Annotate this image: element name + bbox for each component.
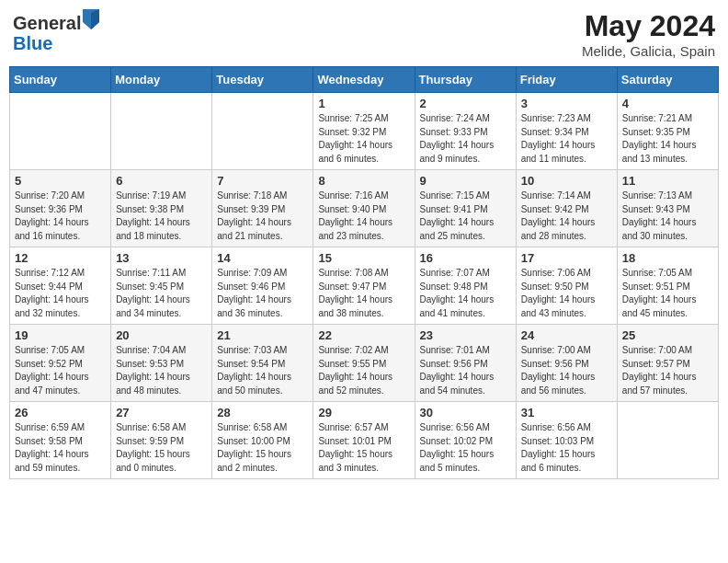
header-friday: Friday — [516, 67, 617, 93]
day-number: 31 — [521, 406, 612, 419]
day-info: Sunrise: 7:19 AM Sunset: 9:38 PM Dayligh… — [116, 190, 207, 243]
day-number: 20 — [116, 328, 207, 342]
calendar-cell: 13Sunrise: 7:11 AM Sunset: 9:45 PM Dayli… — [111, 247, 212, 325]
day-number: 24 — [521, 328, 612, 342]
day-number: 2 — [420, 97, 511, 110]
day-number: 13 — [116, 251, 207, 265]
calendar-week-3: 12Sunrise: 7:12 AM Sunset: 9:44 PM Dayli… — [10, 247, 719, 325]
calendar-cell: 31Sunrise: 6:56 AM Sunset: 10:03 PM Dayl… — [516, 402, 617, 479]
day-info: Sunrise: 7:06 AM Sunset: 9:50 PM Dayligh… — [521, 267, 612, 320]
day-number: 19 — [15, 328, 106, 342]
day-info: Sunrise: 7:14 AM Sunset: 9:42 PM Dayligh… — [521, 190, 612, 243]
day-info: Sunrise: 7:01 AM Sunset: 9:56 PM Dayligh… — [420, 344, 511, 397]
calendar-week-1: 1Sunrise: 7:25 AM Sunset: 9:32 PM Daylig… — [10, 93, 719, 170]
day-number: 18 — [622, 251, 713, 265]
calendar-cell: 22Sunrise: 7:02 AM Sunset: 9:55 PM Dayli… — [313, 325, 415, 402]
day-number: 21 — [217, 328, 308, 342]
header-wednesday: Wednesday — [313, 67, 415, 93]
day-number: 3 — [521, 97, 612, 110]
calendar-cell: 25Sunrise: 7:00 AM Sunset: 9:57 PM Dayli… — [617, 325, 718, 402]
day-info: Sunrise: 7:12 AM Sunset: 9:44 PM Dayligh… — [15, 267, 106, 320]
day-info: Sunrise: 7:09 AM Sunset: 9:46 PM Dayligh… — [217, 267, 308, 320]
calendar-cell: 20Sunrise: 7:04 AM Sunset: 9:53 PM Dayli… — [111, 325, 212, 402]
calendar-cell: 3Sunrise: 7:23 AM Sunset: 9:34 PM Daylig… — [516, 93, 617, 170]
calendar-cell: 12Sunrise: 7:12 AM Sunset: 9:44 PM Dayli… — [10, 247, 111, 325]
day-number: 28 — [217, 406, 308, 419]
day-number: 6 — [116, 174, 207, 188]
header-thursday: Thursday — [415, 67, 516, 93]
calendar-table: Sunday Monday Tuesday Wednesday Thursday… — [9, 66, 719, 479]
day-info: Sunrise: 6:56 AM Sunset: 10:03 PM Daylig… — [521, 421, 612, 475]
calendar-cell: 17Sunrise: 7:06 AM Sunset: 9:50 PM Dayli… — [516, 247, 617, 325]
calendar-cell: 4Sunrise: 7:21 AM Sunset: 9:35 PM Daylig… — [617, 93, 718, 170]
day-number: 7 — [217, 174, 308, 188]
header-tuesday: Tuesday — [212, 67, 313, 93]
day-info: Sunrise: 7:24 AM Sunset: 9:33 PM Dayligh… — [420, 112, 511, 166]
day-number: 29 — [318, 406, 409, 419]
calendar-cell — [212, 93, 313, 170]
calendar-week-5: 26Sunrise: 6:59 AM Sunset: 9:58 PM Dayli… — [10, 402, 719, 479]
day-number: 10 — [521, 174, 612, 188]
day-number: 12 — [15, 251, 106, 265]
logo-general: General — [13, 13, 81, 33]
header-sunday: Sunday — [10, 67, 111, 93]
logo-text: General Blue — [13, 9, 99, 53]
day-info: Sunrise: 7:23 AM Sunset: 9:34 PM Dayligh… — [521, 112, 612, 166]
day-number: 23 — [420, 328, 511, 342]
calendar-cell: 8Sunrise: 7:16 AM Sunset: 9:40 PM Daylig… — [313, 170, 415, 247]
page-header: General Blue May 2024 Melide, Galicia, S… — [9, 9, 719, 59]
day-info: Sunrise: 7:15 AM Sunset: 9:41 PM Dayligh… — [420, 190, 511, 243]
calendar-cell: 27Sunrise: 6:58 AM Sunset: 9:59 PM Dayli… — [111, 402, 212, 479]
calendar-cell: 7Sunrise: 7:18 AM Sunset: 9:39 PM Daylig… — [212, 170, 313, 247]
day-info: Sunrise: 7:25 AM Sunset: 9:32 PM Dayligh… — [318, 112, 409, 166]
day-info: Sunrise: 7:18 AM Sunset: 9:39 PM Dayligh… — [217, 190, 308, 243]
day-info: Sunrise: 6:58 AM Sunset: 9:59 PM Dayligh… — [116, 421, 207, 475]
day-number: 16 — [420, 251, 511, 265]
calendar-cell: 23Sunrise: 7:01 AM Sunset: 9:56 PM Dayli… — [415, 325, 516, 402]
day-number: 4 — [622, 97, 713, 110]
calendar-week-2: 5Sunrise: 7:20 AM Sunset: 9:36 PM Daylig… — [10, 170, 719, 247]
day-info: Sunrise: 7:07 AM Sunset: 9:48 PM Dayligh… — [420, 267, 511, 320]
day-info: Sunrise: 7:00 AM Sunset: 9:57 PM Dayligh… — [622, 344, 713, 397]
day-info: Sunrise: 7:05 AM Sunset: 9:52 PM Dayligh… — [15, 344, 106, 397]
day-info: Sunrise: 6:58 AM Sunset: 10:00 PM Daylig… — [217, 421, 308, 475]
calendar-cell — [10, 93, 111, 170]
day-number: 14 — [217, 251, 308, 265]
day-number: 27 — [116, 406, 207, 419]
header-saturday: Saturday — [617, 67, 718, 93]
header-monday: Monday — [111, 67, 212, 93]
day-info: Sunrise: 7:13 AM Sunset: 9:43 PM Dayligh… — [622, 190, 713, 243]
day-info: Sunrise: 6:59 AM Sunset: 9:58 PM Dayligh… — [15, 421, 106, 475]
logo-blue: Blue — [13, 33, 52, 53]
logo-icon — [83, 9, 99, 29]
calendar-cell: 21Sunrise: 7:03 AM Sunset: 9:54 PM Dayli… — [212, 325, 313, 402]
day-number: 30 — [420, 406, 511, 419]
calendar-cell: 29Sunrise: 6:57 AM Sunset: 10:01 PM Dayl… — [313, 402, 415, 479]
day-info: Sunrise: 7:21 AM Sunset: 9:35 PM Dayligh… — [622, 112, 713, 166]
title-block: May 2024 Melide, Galicia, Spain — [582, 9, 715, 59]
calendar-cell: 5Sunrise: 7:20 AM Sunset: 9:36 PM Daylig… — [10, 170, 111, 247]
calendar-cell: 16Sunrise: 7:07 AM Sunset: 9:48 PM Dayli… — [415, 247, 516, 325]
day-number: 11 — [622, 174, 713, 188]
day-info: Sunrise: 7:08 AM Sunset: 9:47 PM Dayligh… — [318, 267, 409, 320]
calendar-cell: 14Sunrise: 7:09 AM Sunset: 9:46 PM Dayli… — [212, 247, 313, 325]
calendar-cell: 10Sunrise: 7:14 AM Sunset: 9:42 PM Dayli… — [516, 170, 617, 247]
calendar-cell: 6Sunrise: 7:19 AM Sunset: 9:38 PM Daylig… — [111, 170, 212, 247]
calendar-week-4: 19Sunrise: 7:05 AM Sunset: 9:52 PM Dayli… — [10, 325, 719, 402]
logo: General Blue — [13, 9, 99, 53]
calendar-cell: 26Sunrise: 6:59 AM Sunset: 9:58 PM Dayli… — [10, 402, 111, 479]
day-number: 22 — [318, 328, 409, 342]
calendar-cell: 15Sunrise: 7:08 AM Sunset: 9:47 PM Dayli… — [313, 247, 415, 325]
day-info: Sunrise: 7:11 AM Sunset: 9:45 PM Dayligh… — [116, 267, 207, 320]
calendar-cell: 24Sunrise: 7:00 AM Sunset: 9:56 PM Dayli… — [516, 325, 617, 402]
calendar-header-row: Sunday Monday Tuesday Wednesday Thursday… — [10, 67, 719, 93]
day-info: Sunrise: 7:16 AM Sunset: 9:40 PM Dayligh… — [318, 190, 409, 243]
day-number: 25 — [622, 328, 713, 342]
day-number: 26 — [15, 406, 106, 419]
calendar-cell: 30Sunrise: 6:56 AM Sunset: 10:02 PM Dayl… — [415, 402, 516, 479]
day-number: 9 — [420, 174, 511, 188]
day-info: Sunrise: 7:04 AM Sunset: 9:53 PM Dayligh… — [116, 344, 207, 397]
day-number: 15 — [318, 251, 409, 265]
calendar-cell: 18Sunrise: 7:05 AM Sunset: 9:51 PM Dayli… — [617, 247, 718, 325]
day-info: Sunrise: 7:03 AM Sunset: 9:54 PM Dayligh… — [217, 344, 308, 397]
